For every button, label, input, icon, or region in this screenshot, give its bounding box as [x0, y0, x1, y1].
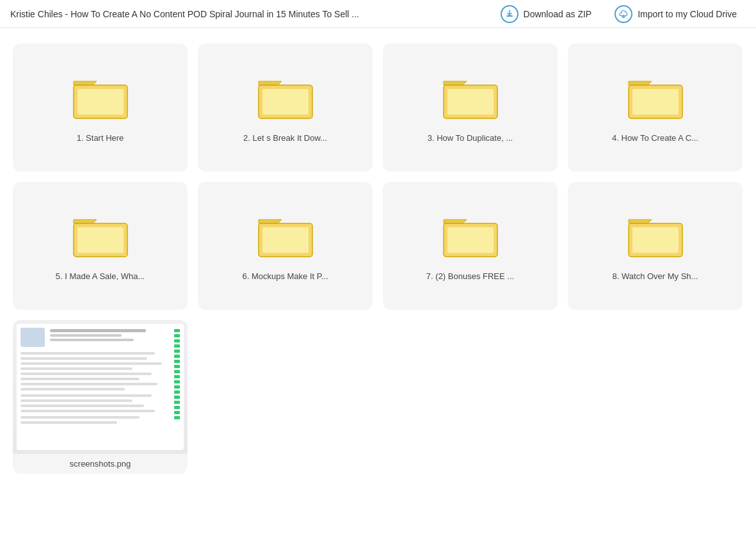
page-title: Kristie Chiles - How To Create A No Cont…: [10, 9, 433, 19]
svg-rect-0: [506, 15, 513, 17]
import-cloud-button[interactable]: Import to my Cloud Drive: [606, 1, 746, 27]
folder-name: 1. Start Here: [77, 133, 124, 144]
folder-name: 8. Watch Over My Sh...: [613, 271, 698, 282]
svg-rect-6: [447, 89, 494, 115]
import-cloud-label: Import to my Cloud Drive: [638, 9, 737, 19]
folder-name: 4. How To Create A C...: [612, 133, 698, 144]
folder-card-3[interactable]: 3. How To Duplicate, ...: [383, 44, 558, 172]
download-zip-label: Download as ZIP: [524, 9, 592, 19]
download-zip-button[interactable]: Download as ZIP: [492, 1, 601, 27]
file-grid: 1. Start Here 2. Let s Break It Dow... 3…: [13, 44, 743, 474]
file-card-9[interactable]: screenshots.png: [13, 320, 188, 474]
folder-card-2[interactable]: 2. Let s Break It Dow...: [198, 44, 373, 172]
header: Kristie Chiles - How To Create A No Cont…: [0, 0, 756, 28]
download-icon: [501, 5, 519, 23]
folder-card-4[interactable]: 4. How To Create A C...: [568, 44, 743, 172]
file-preview-content: [13, 320, 188, 454]
folder-name: 6. Mockups Make It P...: [242, 271, 328, 282]
main-content: 1. Start Here 2. Let s Break It Dow... 3…: [0, 28, 756, 489]
folder-card-7[interactable]: 7. (2) Bonuses FREE ...: [383, 182, 558, 310]
svg-rect-16: [632, 227, 679, 253]
folder-card-8[interactable]: 8. Watch Over My Sh...: [568, 182, 743, 310]
folder-name: 5. I Made A Sale, Wha...: [56, 271, 145, 282]
header-actions: Download as ZIP Import to my Cloud Drive: [492, 1, 746, 27]
svg-rect-2: [77, 89, 124, 115]
svg-rect-4: [262, 89, 309, 115]
folder-name: 3. How To Duplicate, ...: [428, 133, 513, 144]
file-name: screenshots.png: [13, 454, 188, 474]
folder-card-1[interactable]: 1. Start Here: [13, 44, 188, 172]
folder-card-5[interactable]: 5. I Made A Sale, Wha...: [13, 182, 188, 310]
folder-card-6[interactable]: 6. Mockups Make It P...: [198, 182, 373, 310]
file-preview-area: [13, 320, 188, 454]
svg-rect-14: [447, 227, 494, 253]
cloud-import-icon: [615, 5, 632, 23]
svg-rect-12: [262, 227, 309, 253]
folder-name: 7. (2) Bonuses FREE ...: [426, 271, 514, 282]
folder-name: 2. Let s Break It Dow...: [243, 133, 327, 144]
svg-rect-10: [77, 227, 124, 253]
svg-rect-8: [632, 89, 679, 115]
